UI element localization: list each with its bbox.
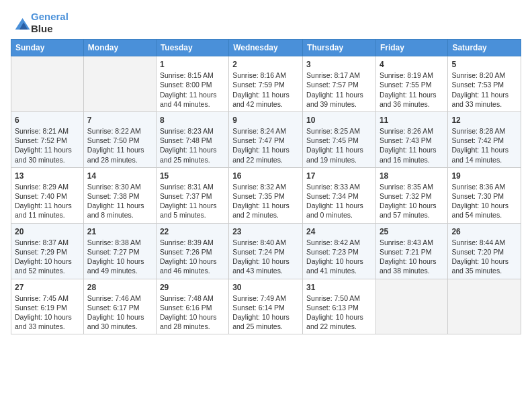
day-cell: 19Sunrise: 8:36 AM Sunset: 7:30 PM Dayli… bbox=[448, 167, 521, 223]
day-info: Sunrise: 8:32 AM Sunset: 7:35 PM Dayligh… bbox=[232, 182, 299, 220]
day-cell: 1Sunrise: 8:15 AM Sunset: 8:00 PM Daylig… bbox=[156, 56, 228, 112]
day-number: 17 bbox=[306, 171, 372, 181]
day-info: Sunrise: 8:22 AM Sunset: 7:50 PM Dayligh… bbox=[87, 126, 152, 165]
day-cell: 4Sunrise: 8:19 AM Sunset: 7:55 PM Daylig… bbox=[375, 56, 447, 112]
day-cell: 5Sunrise: 8:20 AM Sunset: 7:53 PM Daylig… bbox=[448, 56, 521, 112]
day-number: 16 bbox=[232, 171, 299, 181]
day-number: 13 bbox=[15, 171, 80, 181]
header-cell-wednesday: Wednesday bbox=[229, 40, 303, 56]
day-cell: 2Sunrise: 8:16 AM Sunset: 7:59 PM Daylig… bbox=[229, 56, 303, 112]
day-info: Sunrise: 8:35 AM Sunset: 7:32 PM Dayligh… bbox=[380, 182, 444, 220]
header-cell-friday: Friday bbox=[375, 40, 447, 56]
day-info: Sunrise: 8:17 AM Sunset: 7:57 PM Dayligh… bbox=[306, 71, 372, 109]
day-info: Sunrise: 7:48 AM Sunset: 6:16 PM Dayligh… bbox=[160, 293, 225, 332]
day-info: Sunrise: 8:20 AM Sunset: 7:53 PM Dayligh… bbox=[451, 71, 517, 109]
day-number: 28 bbox=[87, 282, 152, 293]
day-info: Sunrise: 8:24 AM Sunset: 7:47 PM Dayligh… bbox=[232, 126, 299, 165]
day-info: Sunrise: 8:29 AM Sunset: 7:40 PM Dayligh… bbox=[15, 182, 80, 220]
day-cell: 23Sunrise: 8:40 AM Sunset: 7:24 PM Dayli… bbox=[229, 223, 303, 279]
day-number: 23 bbox=[232, 226, 299, 237]
day-cell: 17Sunrise: 8:33 AM Sunset: 7:34 PM Dayli… bbox=[303, 167, 376, 223]
header-cell-tuesday: Tuesday bbox=[156, 40, 228, 56]
day-cell bbox=[375, 279, 447, 334]
day-cell: 30Sunrise: 7:49 AM Sunset: 6:14 PM Dayli… bbox=[229, 279, 303, 334]
day-cell: 18Sunrise: 8:35 AM Sunset: 7:32 PM Dayli… bbox=[375, 167, 447, 223]
day-number: 14 bbox=[87, 171, 152, 181]
day-number: 24 bbox=[306, 226, 372, 237]
day-number: 12 bbox=[451, 115, 517, 126]
day-number: 29 bbox=[160, 282, 225, 293]
day-number: 15 bbox=[160, 171, 225, 181]
day-number: 7 bbox=[87, 115, 152, 126]
day-info: Sunrise: 8:43 AM Sunset: 7:21 PM Dayligh… bbox=[380, 238, 444, 276]
day-cell: 7Sunrise: 8:22 AM Sunset: 7:50 PM Daylig… bbox=[83, 111, 156, 167]
day-cell: 6Sunrise: 8:21 AM Sunset: 7:52 PM Daylig… bbox=[11, 111, 84, 167]
day-cell: 22Sunrise: 8:39 AM Sunset: 7:26 PM Dayli… bbox=[156, 223, 228, 279]
day-cell: 15Sunrise: 8:31 AM Sunset: 7:37 PM Dayli… bbox=[156, 167, 228, 223]
day-info: Sunrise: 8:21 AM Sunset: 7:52 PM Dayligh… bbox=[15, 126, 80, 165]
day-info: Sunrise: 8:15 AM Sunset: 8:00 PM Dayligh… bbox=[160, 71, 225, 109]
page: General Blue SundayMondayTuesdayWednesda… bbox=[0, 0, 532, 411]
day-number: 30 bbox=[232, 282, 299, 293]
day-info: Sunrise: 8:39 AM Sunset: 7:26 PM Dayligh… bbox=[160, 238, 225, 276]
day-cell: 25Sunrise: 8:43 AM Sunset: 7:21 PM Dayli… bbox=[375, 223, 447, 279]
day-info: Sunrise: 7:49 AM Sunset: 6:14 PM Dayligh… bbox=[232, 293, 299, 332]
week-row-5: 27Sunrise: 7:45 AM Sunset: 6:19 PM Dayli… bbox=[11, 279, 521, 334]
day-number: 21 bbox=[87, 226, 152, 237]
day-cell: 16Sunrise: 8:32 AM Sunset: 7:35 PM Dayli… bbox=[229, 167, 303, 223]
day-cell: 26Sunrise: 8:44 AM Sunset: 7:20 PM Dayli… bbox=[448, 223, 521, 279]
day-cell: 10Sunrise: 8:25 AM Sunset: 7:45 PM Dayli… bbox=[303, 111, 376, 167]
calendar: SundayMondayTuesdayWednesdayThursdayFrid… bbox=[11, 39, 521, 334]
day-number: 18 bbox=[380, 171, 444, 181]
day-cell: 14Sunrise: 8:30 AM Sunset: 7:38 PM Dayli… bbox=[83, 167, 156, 223]
day-number: 6 bbox=[15, 115, 80, 126]
day-info: Sunrise: 8:19 AM Sunset: 7:55 PM Dayligh… bbox=[380, 71, 444, 109]
day-info: Sunrise: 8:36 AM Sunset: 7:30 PM Dayligh… bbox=[451, 182, 517, 220]
header-cell-saturday: Saturday bbox=[448, 40, 521, 56]
day-info: Sunrise: 8:31 AM Sunset: 7:37 PM Dayligh… bbox=[160, 182, 225, 220]
header-cell-thursday: Thursday bbox=[303, 40, 376, 56]
day-number: 25 bbox=[380, 226, 444, 237]
day-info: Sunrise: 8:30 AM Sunset: 7:38 PM Dayligh… bbox=[87, 182, 152, 220]
day-number: 27 bbox=[15, 282, 80, 293]
week-row-4: 20Sunrise: 8:37 AM Sunset: 7:29 PM Dayli… bbox=[11, 223, 521, 279]
day-info: Sunrise: 7:46 AM Sunset: 6:17 PM Dayligh… bbox=[87, 293, 152, 332]
day-number: 9 bbox=[232, 115, 299, 126]
day-number: 11 bbox=[380, 115, 444, 126]
day-number: 19 bbox=[451, 171, 517, 181]
day-info: Sunrise: 7:45 AM Sunset: 6:19 PM Dayligh… bbox=[15, 293, 80, 332]
day-info: Sunrise: 7:50 AM Sunset: 6:13 PM Dayligh… bbox=[306, 293, 372, 332]
day-info: Sunrise: 8:33 AM Sunset: 7:34 PM Dayligh… bbox=[306, 182, 372, 220]
day-number: 2 bbox=[232, 59, 299, 70]
day-cell: 21Sunrise: 8:38 AM Sunset: 7:27 PM Dayli… bbox=[83, 223, 156, 279]
logo-icon bbox=[12, 15, 31, 31]
day-cell bbox=[11, 56, 84, 112]
day-cell: 12Sunrise: 8:28 AM Sunset: 7:42 PM Dayli… bbox=[448, 111, 521, 167]
day-cell: 29Sunrise: 7:48 AM Sunset: 6:16 PM Dayli… bbox=[156, 279, 228, 334]
day-number: 5 bbox=[451, 59, 517, 70]
day-cell: 9Sunrise: 8:24 AM Sunset: 7:47 PM Daylig… bbox=[229, 111, 303, 167]
day-cell: 24Sunrise: 8:42 AM Sunset: 7:23 PM Dayli… bbox=[303, 223, 376, 279]
header-cell-monday: Monday bbox=[83, 40, 156, 56]
day-number: 31 bbox=[306, 282, 372, 293]
day-info: Sunrise: 8:26 AM Sunset: 7:43 PM Dayligh… bbox=[380, 126, 444, 165]
week-row-2: 6Sunrise: 8:21 AM Sunset: 7:52 PM Daylig… bbox=[11, 111, 521, 167]
day-info: Sunrise: 8:28 AM Sunset: 7:42 PM Dayligh… bbox=[451, 126, 517, 165]
day-info: Sunrise: 8:25 AM Sunset: 7:45 PM Dayligh… bbox=[306, 126, 372, 165]
day-number: 8 bbox=[160, 115, 225, 126]
day-info: Sunrise: 8:42 AM Sunset: 7:23 PM Dayligh… bbox=[306, 238, 372, 276]
day-cell: 31Sunrise: 7:50 AM Sunset: 6:13 PM Dayli… bbox=[303, 279, 376, 334]
day-number: 10 bbox=[306, 115, 372, 126]
day-cell: 11Sunrise: 8:26 AM Sunset: 7:43 PM Dayli… bbox=[375, 111, 447, 167]
day-number: 22 bbox=[160, 226, 225, 237]
header-cell-sunday: Sunday bbox=[11, 40, 84, 56]
logo-text: General Blue bbox=[31, 11, 69, 35]
header: General Blue bbox=[11, 7, 521, 35]
day-cell: 20Sunrise: 8:37 AM Sunset: 7:29 PM Dayli… bbox=[11, 223, 84, 279]
day-cell: 3Sunrise: 8:17 AM Sunset: 7:57 PM Daylig… bbox=[303, 56, 376, 112]
header-row: SundayMondayTuesdayWednesdayThursdayFrid… bbox=[11, 40, 521, 56]
day-info: Sunrise: 8:40 AM Sunset: 7:24 PM Dayligh… bbox=[232, 238, 299, 276]
day-number: 4 bbox=[380, 59, 444, 70]
day-cell: 28Sunrise: 7:46 AM Sunset: 6:17 PM Dayli… bbox=[83, 279, 156, 334]
logo: General Blue bbox=[11, 11, 69, 35]
